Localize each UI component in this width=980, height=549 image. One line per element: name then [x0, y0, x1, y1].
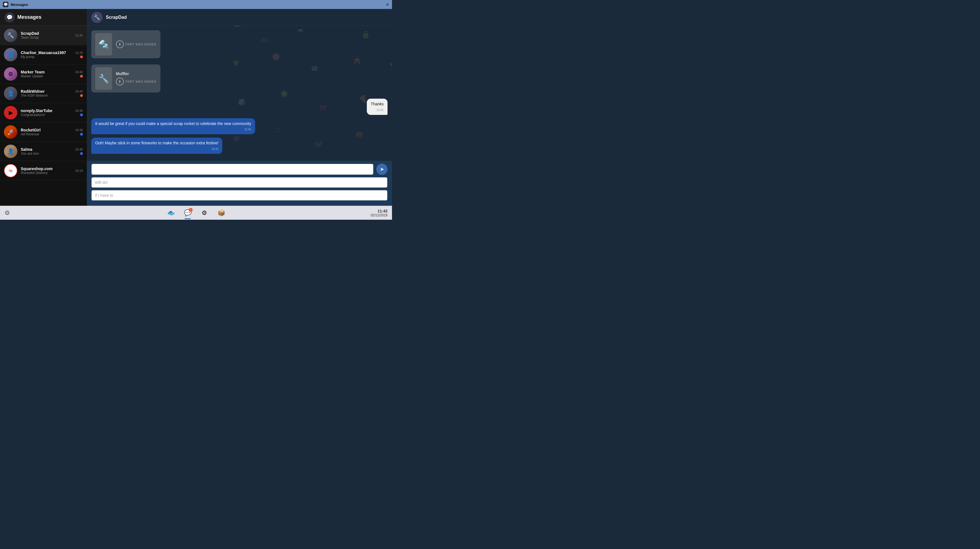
taskbar-messages-icon[interactable]: 💬 1 [183, 208, 192, 218]
part-added-icon-1: ⬇ [116, 40, 124, 48]
part-card-info-1: ⬇ PART WAS ADDED [116, 40, 156, 48]
taskbar-package-icon[interactable]: 📦 [216, 208, 226, 218]
sidebar-header: 💬 Messages [0, 9, 87, 26]
avatar-salma: 👤 [4, 145, 18, 158]
quick-reply-1[interactable] [91, 177, 388, 188]
conv-meta-charlise: 11:32 [75, 51, 83, 58]
bubble-text-thanks: Thanks [371, 101, 383, 107]
conv-badge-marker [80, 75, 83, 78]
package-icon: 📦 [218, 209, 225, 217]
avatar-startube: ▶ [4, 106, 18, 120]
conv-preview-rocketgirl: Ad Revenue [21, 132, 73, 136]
main-container: 💬 Messages 🔧 ScrapDad Team Scrap 11:41 👤… [0, 9, 392, 206]
message-input[interactable] [91, 164, 374, 175]
conversation-scrapdad[interactable]: 🔧 ScrapDad Team Scrap 11:41 [0, 26, 87, 45]
chat-header: 🔧 ScrapDad [87, 9, 392, 26]
conversation-marker[interactable]: ⚙ Marker Team Marker Update 10:42 [0, 64, 87, 84]
conversation-charlise[interactable]: 👤 Charlise_Macuacua1997 My pump 11:32 [0, 45, 87, 64]
conv-meta-salma: 10:35 [75, 148, 83, 155]
conv-info-charlise: Charlise_Macuacua1997 My pump [21, 50, 73, 59]
part-card-info-muffler: Muffler ⬇ PART WAS ADDED [116, 72, 156, 86]
conv-name-rocketgirl: RocketGirl [21, 128, 73, 132]
taskbar-fish-icon[interactable]: 🐟 [166, 208, 176, 218]
conv-preview-square: Rocketkit Delivery [21, 171, 73, 175]
input-area: ➤ [87, 161, 392, 206]
conv-info-salma: Salma You are iron [21, 147, 73, 156]
conv-name-charlise: Charlise_Macuacua1997 [21, 50, 73, 55]
conv-time-startube: 10:35 [75, 109, 83, 112]
conv-preview-radik: The NSR Network [21, 94, 73, 97]
conversation-rocketgirl[interactable]: 🚀 RocketGirl Ad Revenue 10:35 [0, 123, 87, 142]
conv-info-radik: RadikWidner The NSR Network [21, 89, 73, 97]
conv-meta-square: 10:19 [75, 169, 83, 172]
avatar-charlise: 👤 [4, 48, 18, 61]
conv-time-charlise: 11:32 [75, 51, 83, 54]
bubble-thanks: Thanks 11:41 [367, 99, 388, 115]
avatar-square: 🛍 [4, 164, 18, 177]
avatar-rocketgirl: 🚀 [4, 125, 18, 139]
conv-time-scrapdad: 11:41 [75, 34, 83, 37]
sidebar-title: Messages [18, 14, 41, 20]
taskbar-left: ⚙ [5, 209, 10, 217]
conv-info-square: Squareshop.com Rocketkit Delivery [21, 166, 73, 175]
messages-container: 🔩 ⬇ PART WAS ADDED 🔧 Muffler [87, 26, 392, 161]
part-card-action-text-muffler: PART WAS ADDED [126, 80, 156, 83]
taskbar: ⚙ 🐟 💬 1 ⚙ 📦 11:42 02/12/2019 [0, 206, 392, 220]
chat-header-avatar: 🔧 [91, 12, 102, 23]
conv-meta-rocketgirl: 10:35 [75, 128, 83, 136]
conversation-startube[interactable]: ▶ noreply.StarTube Congratulations! 10:3… [0, 103, 87, 123]
chat-header-name: ScrapDad [106, 15, 127, 20]
conversation-radik[interactable]: 👤 RadikWidner The NSR Network 10:42 [0, 84, 87, 103]
conv-meta-scrapdad: 11:41 [75, 34, 83, 37]
conv-badge-rocketgirl [80, 133, 83, 136]
conv-info-startube: noreply.StarTube Congratulations! [21, 109, 73, 117]
app-icon: 💬 [3, 2, 8, 7]
conv-meta-radik: 10:42 [75, 90, 83, 97]
conversation-square[interactable]: 🛍 Squareshop.com Rocketkit Delivery 10:1… [0, 161, 87, 180]
part-card-img-muffler: 🔧 [95, 67, 112, 90]
settings-icon[interactable]: ⚙ [5, 209, 10, 217]
title-bar: 💬 Messages ✕ [0, 0, 392, 9]
message-part-card-2: 🔧 Muffler ⬇ PART WAS ADDED [91, 64, 388, 95]
part-added-icon-muffler: ⬇ [116, 78, 124, 86]
conv-time-salma: 10:35 [75, 148, 83, 151]
conv-preview-salma: You are iron [21, 152, 73, 156]
message-part-card-1: 🔩 ⬇ PART WAS ADDED [91, 30, 388, 61]
conv-name-startube: noreply.StarTube [21, 109, 73, 113]
part-card-name-muffler: Muffler [116, 72, 156, 76]
gear-icon-nav: ⚙ [202, 209, 207, 217]
part-card-1: 🔩 ⬇ PART WAS ADDED [91, 30, 161, 58]
bubble-time-community: 11:41 [95, 128, 251, 131]
conv-badge-salma [80, 152, 83, 155]
bubble-text-fireworks: Ooh! Maybe stick in some fireworks to ma… [95, 140, 218, 146]
conversation-salma[interactable]: 👤 Salma You are iron 10:35 [0, 142, 87, 161]
conv-badge-radik [80, 94, 83, 97]
chat-area: 😎 🎮 ☁ ⚡ 🔒 🎭 📷 🔑 🦁 🎯 ☎ 🎪 🏆 🎸 🎲 🌟 🎀 🍕 🎮 [87, 9, 392, 206]
message-community: It would be great if you could make a sp… [91, 118, 388, 134]
conv-name-salma: Salma [21, 147, 73, 152]
conv-meta-startube: 10:35 [75, 109, 83, 116]
bubble-time-fireworks: 11:41 [95, 147, 218, 151]
conv-name-scrapdad: ScrapDad [21, 31, 73, 35]
taskbar-settings-icon[interactable]: ⚙ [199, 208, 210, 218]
quick-reply-2[interactable] [91, 190, 388, 201]
bubble-text-community: It would be great if you could make a sp… [95, 121, 251, 127]
send-icon: ➤ [380, 166, 384, 172]
conv-name-radik: RadikWidner [21, 89, 73, 94]
message-thanks: Thanks 11:41 [91, 99, 388, 115]
part-card-action-1: ⬇ PART WAS ADDED [116, 40, 156, 48]
fish-icon: 🐟 [167, 209, 175, 217]
conv-badge-startube [80, 113, 83, 116]
send-button[interactable]: ➤ [376, 164, 388, 175]
taskbar-right: 11:42 02/12/2019 [371, 209, 388, 217]
avatar-scrapdad: 🔧 [4, 29, 18, 42]
part-card-action-muffler: ⬇ PART WAS ADDED [116, 78, 156, 86]
conv-meta-marker: 10:42 [75, 70, 83, 78]
conv-preview-startube: Congratulations! [21, 113, 73, 117]
main-input-row: ➤ [91, 164, 388, 175]
close-button[interactable]: ✕ [385, 2, 390, 7]
part-card-muffler: 🔧 Muffler ⬇ PART WAS ADDED [91, 64, 161, 93]
conv-time-rocketgirl: 10:35 [75, 128, 83, 132]
message-fireworks: Ooh! Maybe stick in some fireworks to ma… [91, 137, 388, 154]
taskbar-center: 🐟 💬 1 ⚙ 📦 [166, 208, 226, 218]
